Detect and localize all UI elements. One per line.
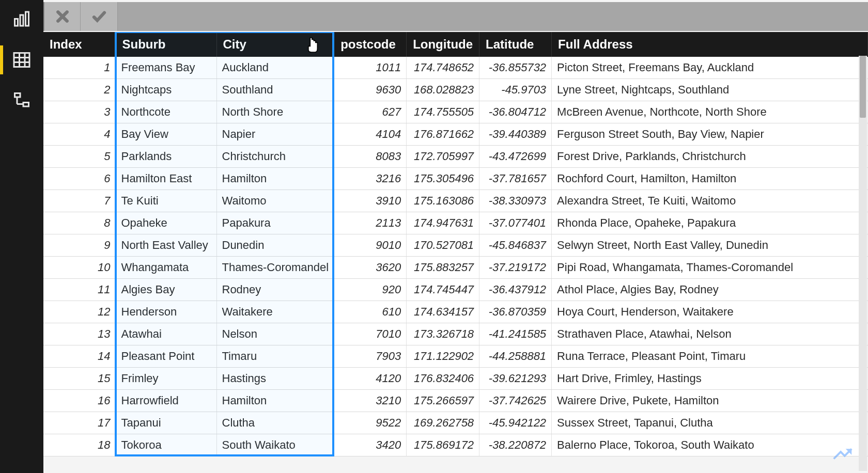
- cell-lon[interactable]: 175.869172: [407, 434, 479, 456]
- cell-postcode[interactable]: 3910: [334, 190, 407, 212]
- table-row[interactable]: 6Hamilton EastHamilton3216175.305496-37.…: [43, 168, 868, 190]
- cell-index[interactable]: 7: [43, 190, 116, 212]
- cell-suburb[interactable]: Tokoroa: [116, 434, 216, 456]
- table-row[interactable]: 15FrimleyHastings4120176.832406-39.62129…: [43, 368, 868, 390]
- cell-postcode[interactable]: 7903: [334, 345, 407, 368]
- cell-full[interactable]: Hoya Court, Henderson, Waitakere: [552, 301, 868, 323]
- cell-lat[interactable]: -36.855732: [479, 57, 552, 79]
- cell-postcode[interactable]: 2113: [334, 212, 407, 234]
- cell-suburb[interactable]: Atawhai: [116, 323, 216, 345]
- table-row[interactable]: 9North East ValleyDunedin9010170.527081-…: [43, 234, 868, 257]
- cell-suburb[interactable]: Hamilton East: [116, 168, 216, 190]
- cell-index[interactable]: 9: [43, 234, 116, 257]
- cell-suburb[interactable]: Algies Bay: [116, 279, 216, 301]
- cell-index[interactable]: 12: [43, 301, 116, 323]
- table-row[interactable]: 17TapanuiClutha9522169.262758-45.942122S…: [43, 412, 868, 434]
- cell-full[interactable]: Balerno Place, Tokoroa, South Waikato: [552, 434, 868, 456]
- cell-index[interactable]: 10: [43, 257, 116, 279]
- cell-postcode[interactable]: 627: [334, 101, 407, 123]
- cell-lon[interactable]: 170.527081: [407, 234, 479, 257]
- header-city[interactable]: City: [216, 32, 334, 57]
- cell-index[interactable]: 15: [43, 368, 116, 390]
- cell-lon[interactable]: 175.266597: [407, 390, 479, 412]
- table-row[interactable]: 16HarrowfieldHamilton3210175.266597-37.7…: [43, 390, 868, 412]
- cell-city[interactable]: Southland: [216, 79, 334, 101]
- cell-suburb[interactable]: Whangamata: [116, 257, 216, 279]
- cell-full[interactable]: Rochford Court, Hamilton, Hamilton: [552, 168, 868, 190]
- cell-lat[interactable]: -37.781657: [479, 168, 552, 190]
- cell-city[interactable]: Auckland: [216, 57, 334, 79]
- cell-city[interactable]: Clutha: [216, 412, 334, 434]
- cell-lon[interactable]: 171.122902: [407, 345, 479, 368]
- cell-lat[interactable]: -45.942122: [479, 412, 552, 434]
- cell-lat[interactable]: -38.220872: [479, 434, 552, 456]
- cell-suburb[interactable]: Nightcaps: [116, 79, 216, 101]
- cell-index[interactable]: 11: [43, 279, 116, 301]
- table-row[interactable]: 1Freemans BayAuckland1011174.748652-36.8…: [43, 57, 868, 79]
- header-longitude[interactable]: Longitude: [407, 32, 479, 57]
- scrollbar-thumb[interactable]: [860, 56, 866, 118]
- cell-index[interactable]: 1: [43, 57, 116, 79]
- cell-city[interactable]: Papakura: [216, 212, 334, 234]
- cell-postcode[interactable]: 4104: [334, 123, 407, 146]
- cell-lon[interactable]: 169.262758: [407, 412, 479, 434]
- cell-city[interactable]: Hamilton: [216, 168, 334, 190]
- cell-city[interactable]: Christchurch: [216, 146, 334, 168]
- cell-lon[interactable]: 174.634157: [407, 301, 479, 323]
- cell-index[interactable]: 8: [43, 212, 116, 234]
- cell-index[interactable]: 3: [43, 101, 116, 123]
- cancel-formula-button[interactable]: [43, 2, 81, 31]
- cell-suburb[interactable]: Frimley: [116, 368, 216, 390]
- table-row[interactable]: 13AtawhaiNelson7010173.326718-41.241585S…: [43, 323, 868, 345]
- cell-city[interactable]: Timaru: [216, 345, 334, 368]
- cell-postcode[interactable]: 1011: [334, 57, 407, 79]
- cell-city[interactable]: Dunedin: [216, 234, 334, 257]
- cell-full[interactable]: Forest Drive, Parklands, Christchurch: [552, 146, 868, 168]
- cell-full[interactable]: Rhonda Place, Opaheke, Papakura: [552, 212, 868, 234]
- cell-lat[interactable]: -37.077401: [479, 212, 552, 234]
- cell-city[interactable]: Rodney: [216, 279, 334, 301]
- header-suburb[interactable]: Suburb: [116, 32, 216, 57]
- cell-index[interactable]: 6: [43, 168, 116, 190]
- formula-input[interactable]: [118, 2, 868, 31]
- cell-full[interactable]: Ferguson Street South, Bay View, Napier: [552, 123, 868, 146]
- cell-index[interactable]: 4: [43, 123, 116, 146]
- vertical-scrollbar[interactable]: [859, 56, 867, 471]
- table-row[interactable]: 10WhangamataThames-Coromandel3620175.883…: [43, 257, 868, 279]
- commit-formula-button[interactable]: [81, 2, 118, 31]
- cell-city[interactable]: Waitakere: [216, 301, 334, 323]
- cell-lat[interactable]: -39.440389: [479, 123, 552, 146]
- cell-postcode[interactable]: 920: [334, 279, 407, 301]
- cell-full[interactable]: Sussex Street, Tapanui, Clutha: [552, 412, 868, 434]
- cell-lat[interactable]: -39.621293: [479, 368, 552, 390]
- cell-index[interactable]: 18: [43, 434, 116, 456]
- cell-lat[interactable]: -44.258881: [479, 345, 552, 368]
- cell-lon[interactable]: 175.883257: [407, 257, 479, 279]
- table-row[interactable]: 4Bay ViewNapier4104176.871662-39.440389F…: [43, 123, 868, 146]
- table-row[interactable]: 2NightcapsSouthland9630168.028823-45.970…: [43, 79, 868, 101]
- cell-postcode[interactable]: 9630: [334, 79, 407, 101]
- cell-lon[interactable]: 175.305496: [407, 168, 479, 190]
- cell-index[interactable]: 17: [43, 412, 116, 434]
- cell-lon[interactable]: 172.705997: [407, 146, 479, 168]
- table-row[interactable]: 12HendersonWaitakere610174.634157-36.870…: [43, 301, 868, 323]
- cell-lat[interactable]: -36.804712: [479, 101, 552, 123]
- cell-postcode[interactable]: 4120: [334, 368, 407, 390]
- cell-suburb[interactable]: Henderson: [116, 301, 216, 323]
- cell-full[interactable]: Lyne Street, Nightcaps, Southland: [552, 79, 868, 101]
- cell-full[interactable]: Picton Street, Freemans Bay, Auckland: [552, 57, 868, 79]
- cell-lat[interactable]: -37.219172: [479, 257, 552, 279]
- report-view-button[interactable]: [9, 7, 34, 32]
- cell-city[interactable]: South Waikato: [216, 434, 334, 456]
- cell-lat[interactable]: -37.742625: [479, 390, 552, 412]
- cell-index[interactable]: 16: [43, 390, 116, 412]
- cell-postcode[interactable]: 3210: [334, 390, 407, 412]
- cell-suburb[interactable]: Bay View: [116, 123, 216, 146]
- table-row[interactable]: 18TokoroaSouth Waikato3420175.869172-38.…: [43, 434, 868, 456]
- cell-lon[interactable]: 176.832406: [407, 368, 479, 390]
- table-row[interactable]: 11Algies BayRodney920174.745447-36.43791…: [43, 279, 868, 301]
- cell-lat[interactable]: -41.241585: [479, 323, 552, 345]
- table-row[interactable]: 3NorthcoteNorth Shore627174.755505-36.80…: [43, 101, 868, 123]
- cell-suburb[interactable]: Harrowfield: [116, 390, 216, 412]
- cell-index[interactable]: 14: [43, 345, 116, 368]
